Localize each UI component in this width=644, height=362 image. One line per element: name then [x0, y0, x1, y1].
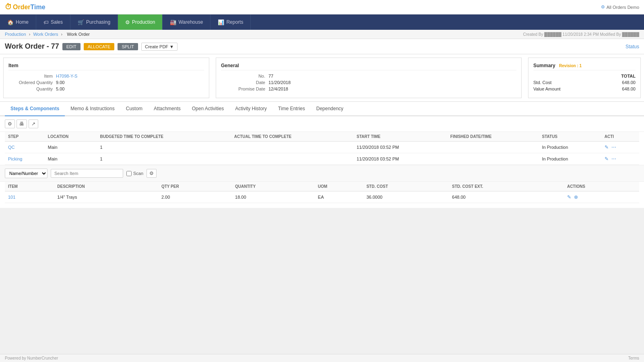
components-table-header: ITEM DESCRIPTION QTY PER QUANTITY UOM ST… — [5, 182, 639, 191]
comp-quantity-cell: 18.00 — [232, 191, 315, 203]
breadcrumb-sep2: › — [61, 32, 63, 37]
search-bar: Name/Number Scan ⚙ — [0, 165, 644, 182]
home-icon: 🏠 — [7, 19, 14, 25]
date-row: Date 11/20/2018 — [221, 80, 516, 85]
col-location: LOCATION — [45, 132, 97, 142]
dropdown-arrow-icon: ▼ — [169, 44, 174, 49]
budgeted-cell: 1 — [97, 142, 231, 153]
value-amount-label: Value Amount — [533, 86, 561, 91]
nav-reports[interactable]: 📊 Reports — [211, 14, 251, 30]
comp-actions-cell: ✎ ⊗ — [564, 191, 639, 203]
comp-col-actions: ACTIONS — [564, 182, 639, 191]
scan-checkbox[interactable] — [126, 171, 132, 176]
info-panels: Item Item H7098-Y-S Ordered Quantity 9.0… — [0, 54, 644, 102]
more-step-icon[interactable]: ⋯ — [611, 144, 616, 150]
tab-steps-components[interactable]: Steps & Components — [5, 102, 65, 116]
table-row: 101 1/4" Trays 2.00 18.00 EA 36.0000 648… — [5, 191, 639, 203]
nav-warehouse-label: Warehouse — [178, 19, 203, 25]
tab-time-entries[interactable]: Time Entries — [272, 102, 311, 116]
search-input[interactable] — [51, 169, 123, 178]
general-panel: General No. 77 Date 11/20/2018 Promise D… — [216, 58, 522, 98]
breadcrumb-work-orders[interactable]: Work Orders — [33, 32, 58, 37]
nav-warehouse[interactable]: 🏭 Warehouse — [163, 14, 211, 30]
comp-col-quantity: QUANTITY — [232, 182, 315, 191]
budgeted-cell: 1 — [97, 153, 231, 165]
nav-home[interactable]: 🏠 Home — [0, 14, 36, 30]
breadcrumb-production[interactable]: Production — [5, 32, 26, 37]
quantity-value: 5.00 — [56, 86, 64, 91]
search-select[interactable]: Name/Number — [5, 169, 47, 178]
nav-sales-label: Sales — [51, 19, 63, 25]
date-value: 11/20/2018 — [268, 80, 291, 85]
components-table: ITEM DESCRIPTION QTY PER QUANTITY UOM ST… — [5, 182, 639, 203]
print-icon-btn[interactable]: 🖶 — [17, 119, 27, 128]
tab-open-activities[interactable]: Open Activities — [186, 102, 229, 116]
scan-label[interactable]: Scan — [126, 171, 143, 176]
item-value[interactable]: H7098-Y-S — [56, 74, 77, 78]
summary-panel: Summary Revision : 1 TOTAL Std. Cost 648… — [528, 58, 641, 98]
comp-desc-cell: 1/4" Trays — [54, 191, 158, 203]
nav-production[interactable]: ⚙ Production — [118, 14, 163, 30]
more-step-icon[interactable]: ⋯ — [611, 156, 616, 162]
std-cost-row: Std. Cost 648.00 — [533, 80, 636, 85]
nav-purchasing[interactable]: 🛒 Purchasing — [70, 14, 118, 30]
page-title: Work Order - 77 — [5, 42, 59, 51]
logo-icon: ⏱ — [5, 3, 12, 11]
breadcrumb: Production › Work Orders › Work Order — [5, 32, 91, 37]
nav-sales[interactable]: 🏷 Sales — [36, 14, 70, 30]
summary-panel-title: Summary Revision : 1 — [533, 63, 636, 70]
edit-step-icon[interactable]: ✎ — [605, 144, 609, 150]
sales-icon: 🏷 — [43, 19, 49, 25]
create-pdf-button[interactable]: Create PDF ▼ — [141, 43, 178, 51]
tab-attachments[interactable]: Attachments — [148, 102, 186, 116]
top-right: ⚙ All Orders Demo — [601, 4, 639, 10]
date-label: Date — [221, 80, 265, 85]
split-button[interactable]: SPLIT — [118, 43, 138, 50]
nav-home-label: Home — [16, 19, 29, 25]
breadcrumb-bar: Production › Work Orders › Work Order Cr… — [0, 30, 644, 39]
actions-cell: ✎ ⋯ — [601, 153, 639, 165]
nav-purchasing-label: Purchasing — [86, 19, 110, 25]
delete-comp-icon[interactable]: ⊗ — [574, 194, 578, 200]
settings-icon-btn[interactable]: ⚙ — [5, 119, 15, 128]
gear-icon[interactable]: ⚙ — [601, 4, 605, 10]
steps-table-header: STEP LOCATION BUDGETED TIME TO COMPLETE … — [5, 132, 639, 142]
created-info: Created By ██████ 11/20/2018 2:34 PM Mod… — [523, 32, 639, 37]
warehouse-icon: 🏭 — [170, 19, 176, 25]
comp-col-std-cost: STD. COST — [363, 182, 449, 191]
production-icon: ⚙ — [125, 19, 130, 25]
start-time-cell: 11/20/2018 03:52 PM — [353, 142, 447, 153]
tab-dependency[interactable]: Dependency — [311, 102, 349, 116]
actions-cell: ✎ ⋯ — [601, 142, 639, 153]
summary-title-text: Summary — [533, 63, 555, 68]
tab-memo[interactable]: Memo & Instructions — [65, 102, 120, 116]
logo-time: Time — [31, 4, 45, 11]
reports-icon: 📊 — [218, 19, 224, 25]
search-settings-btn[interactable]: ⚙ — [147, 169, 157, 178]
item-panel: Item Item H7098-Y-S Ordered Quantity 9.0… — [3, 58, 209, 98]
status-badge[interactable]: Status — [625, 44, 639, 49]
edit-comp-icon[interactable]: ✎ — [567, 194, 571, 200]
comp-col-qty-per: QTY PER — [158, 182, 232, 191]
promise-date-label: Promise Date — [221, 86, 265, 91]
allocate-button[interactable]: ALLOCATE — [84, 43, 115, 50]
step-cell[interactable]: QC — [5, 142, 45, 153]
edit-button[interactable]: EDIT — [62, 43, 80, 50]
step-cell[interactable]: Picking — [5, 153, 45, 165]
edit-step-icon[interactable]: ✎ — [605, 156, 609, 162]
item-row: Item H7098-Y-S — [8, 74, 204, 78]
comp-item-cell[interactable]: 101 — [5, 191, 54, 203]
summary-header: TOTAL — [533, 74, 636, 78]
tabs-container: Steps & Components Memo & Instructions C… — [0, 102, 644, 116]
comp-col-std-cost-ext: STD. COST EXT. — [449, 182, 564, 191]
no-label: No. — [221, 74, 265, 78]
col-budgeted: BUDGETED TIME TO COMPLETE — [97, 132, 231, 142]
steps-table: STEP LOCATION BUDGETED TIME TO COMPLETE … — [5, 132, 639, 165]
col-status: STATUS — [539, 132, 601, 142]
tab-activity-history[interactable]: Activity History — [229, 102, 272, 116]
export-icon-btn[interactable]: ↗ — [29, 119, 38, 128]
col-step: STEP — [5, 132, 45, 142]
comp-col-item: ITEM — [5, 182, 54, 191]
tab-custom[interactable]: Custom — [120, 102, 148, 116]
promise-date-value: 12/4/2018 — [268, 86, 288, 91]
